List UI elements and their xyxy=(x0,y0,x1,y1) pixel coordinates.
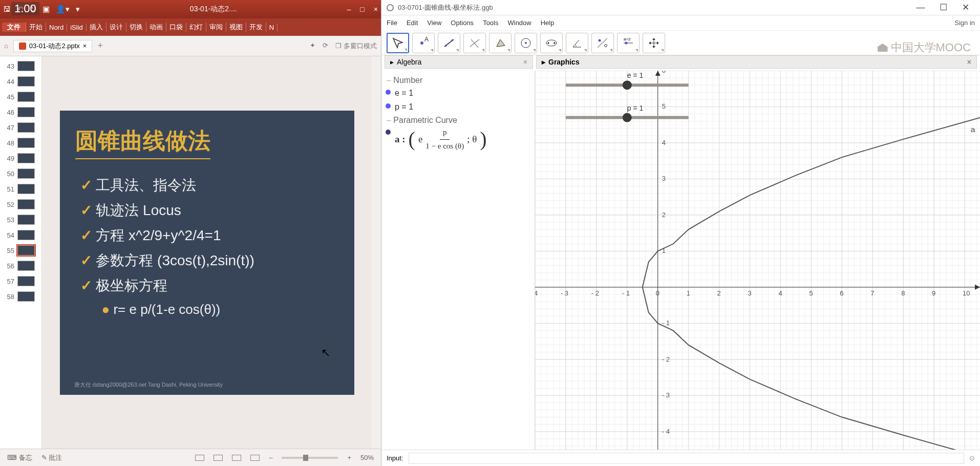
slide-thumb[interactable]: 47 xyxy=(0,120,41,135)
graphics-pane[interactable]: - 4- 3- 2- 1012345678910- 4- 3- 2- 11234… xyxy=(535,71,980,450)
tool-angle[interactable] xyxy=(566,33,588,53)
docbar-icon-1[interactable]: ✦ xyxy=(310,41,315,51)
algebra-pane-header[interactable]: ▸ Algebra× xyxy=(385,55,533,69)
tool-move[interactable] xyxy=(387,33,409,53)
menu-edit[interactable]: Edit xyxy=(407,19,418,27)
menu-tools[interactable]: Tools xyxy=(483,19,498,27)
ribbon-tabs[interactable]: 文件 开始 Nord iSlid 插入 设计 切换 动画 口袋 幻灯 审阅 视图… xyxy=(0,18,381,36)
tool-point[interactable]: A xyxy=(412,33,435,53)
tool-polygon[interactable] xyxy=(489,33,512,53)
tab-pocket[interactable]: 口袋 xyxy=(166,23,186,32)
slide-thumbnails[interactable]: 43444546474849505152535455565758 xyxy=(0,56,42,449)
tool-line[interactable] xyxy=(438,33,460,53)
tab-insert[interactable]: 插入 xyxy=(87,23,106,32)
slide-thumb[interactable]: 53 xyxy=(0,212,41,227)
view-normal-icon[interactable] xyxy=(195,455,204,461)
tab-file[interactable]: 文件 xyxy=(2,23,26,32)
input-field[interactable] xyxy=(409,453,964,464)
menu-view[interactable]: View xyxy=(427,19,441,27)
slide-thumb[interactable]: 58 xyxy=(0,289,41,304)
tab-home[interactable]: 开始 xyxy=(26,23,46,32)
menu-options[interactable]: Options xyxy=(451,19,474,27)
tool-translate[interactable] xyxy=(643,33,665,53)
close-button[interactable]: × xyxy=(374,5,378,13)
slide-thumb[interactable]: 45 xyxy=(0,89,41,104)
input-help-icon[interactable]: ⊙ xyxy=(969,454,975,462)
view-slideshow-icon[interactable] xyxy=(250,455,260,461)
close-icon[interactable]: × xyxy=(967,58,971,66)
slide-thumb[interactable]: 46 xyxy=(0,104,41,120)
ggb-menubar[interactable]: File Edit View Options Tools Window Help… xyxy=(381,15,980,31)
maximize-button[interactable]: □ xyxy=(360,5,364,13)
slide-thumb[interactable]: 48 xyxy=(0,135,41,151)
maximize-button[interactable]: ☐ xyxy=(934,2,952,13)
save-icon[interactable]: 🖫 xyxy=(3,5,11,14)
tool-slider[interactable]: a=2 xyxy=(617,33,640,53)
menu-help[interactable]: Help xyxy=(541,19,555,27)
menu-file[interactable]: File xyxy=(387,19,397,27)
algebra-item-a[interactable]: a : ( e p1 − e cos (θ) ; θ ) xyxy=(386,126,530,153)
slide-thumb[interactable]: 55 xyxy=(0,243,41,258)
slide-thumb[interactable]: 49 xyxy=(0,151,41,166)
tab-view[interactable]: 视图 xyxy=(226,23,246,32)
signin-link[interactable]: Sign in xyxy=(954,19,975,27)
slide-thumb[interactable]: 56 xyxy=(0,258,41,273)
tab-transition[interactable]: 切换 xyxy=(126,23,146,32)
tab-extra[interactable]: N xyxy=(266,24,278,31)
more-icon[interactable]: ▾ xyxy=(76,5,80,14)
minimize-button[interactable]: — xyxy=(911,3,930,13)
graphics-canvas[interactable]: - 4- 3- 2- 1012345678910- 4- 3- 2- 11234… xyxy=(535,71,980,450)
add-document-button[interactable]: + xyxy=(97,40,103,51)
document-tab-close[interactable]: × xyxy=(83,42,87,50)
slide-thumb[interactable]: 52 xyxy=(0,197,41,212)
user-icon[interactable]: 👤▾ xyxy=(56,5,70,14)
close-button[interactable]: ✕ xyxy=(956,2,975,13)
vertical-scrollbar[interactable] xyxy=(372,56,381,449)
multiwindow-button[interactable]: ❐ 多窗口模式 xyxy=(335,41,377,51)
slide-thumb[interactable]: 57 xyxy=(0,273,41,289)
tool-circle[interactable] xyxy=(515,33,537,53)
menu-window[interactable]: Window xyxy=(507,19,531,27)
tab-review[interactable]: 审阅 xyxy=(206,23,226,32)
tab-nord[interactable]: Nord xyxy=(46,24,67,31)
slideshow-icon[interactable]: ▣ xyxy=(42,5,50,14)
document-tab[interactable]: 03-01-动态2.pptx × xyxy=(13,40,93,52)
zoom-slider[interactable] xyxy=(282,457,338,459)
ggb-titlebar[interactable]: 03-0701-圆锥曲线-极坐标法.ggb — ☐ ✕ xyxy=(381,0,980,15)
algebra-pane[interactable]: Number e = 1 p = 1 Parametric Curve a : … xyxy=(381,71,535,450)
close-icon[interactable]: × xyxy=(523,58,527,66)
tab-animation[interactable]: 动画 xyxy=(146,23,166,32)
zoom-value[interactable]: 50% xyxy=(360,454,374,461)
slide-thumb[interactable]: 54 xyxy=(0,227,41,243)
zoom-plus[interactable]: + xyxy=(347,454,351,461)
tab-slideshow[interactable]: 幻灯 xyxy=(186,23,206,32)
algebra-item-p[interactable]: p = 1 xyxy=(386,100,530,114)
svg-text:a: a xyxy=(971,125,975,134)
slide-thumb[interactable]: 43 xyxy=(0,58,41,74)
tool-perp[interactable] xyxy=(463,33,486,53)
svg-text:0: 0 xyxy=(656,289,659,297)
docbar-icon-2[interactable]: ⟳ xyxy=(323,41,328,51)
status-beiwang[interactable]: ⌨ 备忘 xyxy=(7,453,32,462)
doc-list-icon[interactable]: ⌂ xyxy=(4,42,8,50)
tool-reflect[interactable] xyxy=(591,33,614,53)
tab-design[interactable]: 设计 xyxy=(106,23,126,32)
slide-canvas[interactable]: 圆锥曲线做法 工具法、指令法 轨迹法 Locus 方程 x^2/9+y^2/4=… xyxy=(42,56,372,449)
tab-developer[interactable]: 开发 xyxy=(246,23,266,32)
graphics-pane-header[interactable]: ▸ Graphics× xyxy=(536,55,977,69)
ppt-titlebar[interactable]: 1.00 🖫 ↶ ↻ ▣ 👤▾ ▾ 03-01-动态2.... – □ × xyxy=(0,0,381,18)
minimize-button[interactable]: – xyxy=(347,5,351,13)
algebra-item-e[interactable]: e = 1 xyxy=(386,86,530,100)
status-pizhu[interactable]: ✎ 批注 xyxy=(41,453,62,462)
tab-islide[interactable]: iSlid xyxy=(67,24,87,31)
ggb-toolbar[interactable]: Aa=2 xyxy=(381,31,980,55)
view-reading-icon[interactable] xyxy=(232,455,241,461)
tool-ellipse[interactable] xyxy=(540,33,563,53)
thumb-number: 56 xyxy=(3,262,14,270)
slide-thumb[interactable]: 51 xyxy=(0,181,41,197)
view-sorter-icon[interactable] xyxy=(214,455,223,461)
zoom-minus[interactable]: – xyxy=(269,454,272,461)
slide-thumb[interactable]: 44 xyxy=(0,74,41,89)
thumb-number: 54 xyxy=(3,231,14,239)
slide-thumb[interactable]: 50 xyxy=(0,166,41,181)
